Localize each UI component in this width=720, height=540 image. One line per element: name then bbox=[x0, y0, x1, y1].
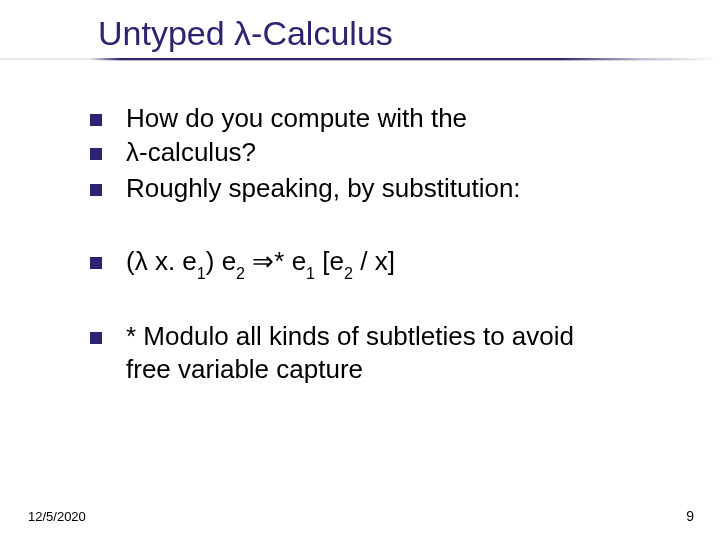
square-bullet-icon bbox=[90, 148, 102, 160]
square-bullet-icon bbox=[90, 257, 102, 269]
formula-part: [e bbox=[315, 246, 344, 276]
bullet-item-1: How do you compute with the bbox=[90, 102, 670, 136]
subscript: 2 bbox=[344, 264, 353, 282]
slide-title: Untyped λ-Calculus bbox=[98, 14, 393, 53]
bullet-text: How do you compute with the bbox=[126, 102, 670, 136]
subscript: 1 bbox=[306, 264, 315, 282]
bullet-text-formula: (λ x. e1) e2 ⇒* e1 [e2 / x] bbox=[126, 245, 670, 281]
page-number: 9 bbox=[686, 508, 694, 524]
formula-part: / x] bbox=[353, 246, 395, 276]
bullet-text: * Modulo all kinds of subtleties to avoi… bbox=[126, 320, 670, 354]
bullet-item-4: * Modulo all kinds of subtleties to avoi… bbox=[90, 320, 670, 354]
footer-date: 12/5/2020 bbox=[28, 509, 86, 524]
title-wrap: Untyped λ-Calculus bbox=[98, 14, 393, 53]
slide: Untyped λ-Calculus How do you compute wi… bbox=[0, 0, 720, 540]
underline-shadow bbox=[0, 60, 720, 61]
subscript: 1 bbox=[197, 264, 206, 282]
bullet-text: Roughly speaking, by substitution: bbox=[126, 172, 670, 206]
bullet-item-4-cont: free variable capture bbox=[90, 353, 670, 387]
square-bullet-icon bbox=[90, 114, 102, 126]
formula-part: ) e bbox=[206, 246, 236, 276]
square-bullet-icon bbox=[90, 184, 102, 196]
bullet-item-2: Roughly speaking, by substitution: bbox=[90, 172, 670, 206]
subscript: 2 bbox=[236, 264, 245, 282]
formula-part: ⇒* e bbox=[245, 246, 306, 276]
bullet-text: λ-calculus? bbox=[126, 136, 670, 170]
content-area: How do you compute with the λ-calculus? … bbox=[90, 102, 670, 387]
formula-part: (λ x. e bbox=[126, 246, 197, 276]
bullet-item-3: (λ x. e1) e2 ⇒* e1 [e2 / x] bbox=[90, 245, 670, 281]
bullet-item-1-cont: λ-calculus? bbox=[90, 136, 670, 170]
title-underline bbox=[0, 58, 720, 62]
bullet-text: free variable capture bbox=[126, 353, 670, 387]
spacer bbox=[90, 205, 670, 245]
spacer bbox=[90, 282, 670, 320]
square-bullet-icon bbox=[90, 332, 102, 344]
